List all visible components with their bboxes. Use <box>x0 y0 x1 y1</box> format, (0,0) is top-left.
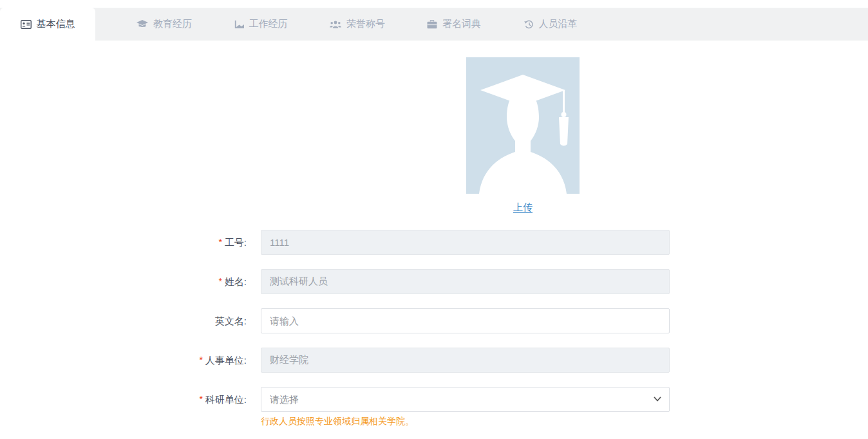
tab-honors[interactable]: 荣誉称号 <box>309 8 406 41</box>
name-label: *姓名: <box>0 269 261 294</box>
form-row-name: *姓名: <box>0 269 868 294</box>
tab-work[interactable]: 工作经历 <box>212 8 309 41</box>
employee-id-field[interactable] <box>261 230 670 255</box>
tab-label: 教育经历 <box>153 18 192 30</box>
employee-id-label: *工号: <box>0 230 261 255</box>
graduate-silhouette-icon <box>466 57 580 194</box>
profile-photo-placeholder <box>466 57 580 194</box>
tab-education[interactable]: 教育经历 <box>116 8 212 41</box>
form-row-employee-id: *工号: <box>0 230 868 255</box>
tab-bar: 基本信息 教育经历 工作经历 荣誉称号 署名词典 <box>0 8 868 41</box>
basic-info-panel: 上传 *工号: *姓名: 英文名: <box>0 41 868 439</box>
hr-unit-field[interactable] <box>261 348 670 373</box>
hr-unit-label: *人事单位: <box>0 348 261 373</box>
work-chart-icon <box>234 20 244 29</box>
tab-basic-info[interactable]: 基本信息 <box>0 8 95 41</box>
research-unit-select[interactable]: 请选择 <box>261 387 670 412</box>
briefcase-icon <box>427 20 437 29</box>
basic-info-form: *工号: *姓名: 英文名: *人事单位: <box>0 230 868 439</box>
tab-label: 荣誉称号 <box>346 18 385 30</box>
basic-info-page: 基本信息 教育经历 工作经历 荣誉称号 署名词典 <box>0 0 868 439</box>
history-icon <box>524 20 534 29</box>
graduation-cap-icon <box>137 20 148 29</box>
tab-label: 署名词典 <box>442 18 481 30</box>
form-row-english-name: 英文名: <box>0 308 868 333</box>
users-icon <box>330 20 341 29</box>
tab-label: 基本信息 <box>37 18 75 30</box>
research-unit-label: *科研单位: <box>0 387 261 412</box>
research-unit-hint: 行政人员按照专业领域归属相关学院。 <box>261 416 670 427</box>
form-row-research-unit: *科研单位: 请选择 行政人员按照专业领域归属相关学院。 <box>0 387 868 427</box>
required-asterisk: * <box>199 355 202 365</box>
form-row-hr-unit: *人事单位: <box>0 348 868 373</box>
required-asterisk: * <box>218 276 222 286</box>
id-card-icon <box>21 20 32 29</box>
english-name-label: 英文名: <box>0 308 261 333</box>
tab-label: 工作经历 <box>249 18 288 30</box>
tab-signature-dictionary[interactable]: 署名词典 <box>406 8 502 41</box>
tab-label: 人员沿革 <box>539 18 578 30</box>
english-name-field[interactable] <box>261 308 670 333</box>
required-asterisk: * <box>199 394 202 404</box>
upload-photo-link[interactable]: 上传 <box>466 201 580 214</box>
required-asterisk: * <box>218 237 222 247</box>
tab-personnel-history[interactable]: 人员沿革 <box>502 8 599 41</box>
name-field[interactable] <box>261 269 670 294</box>
